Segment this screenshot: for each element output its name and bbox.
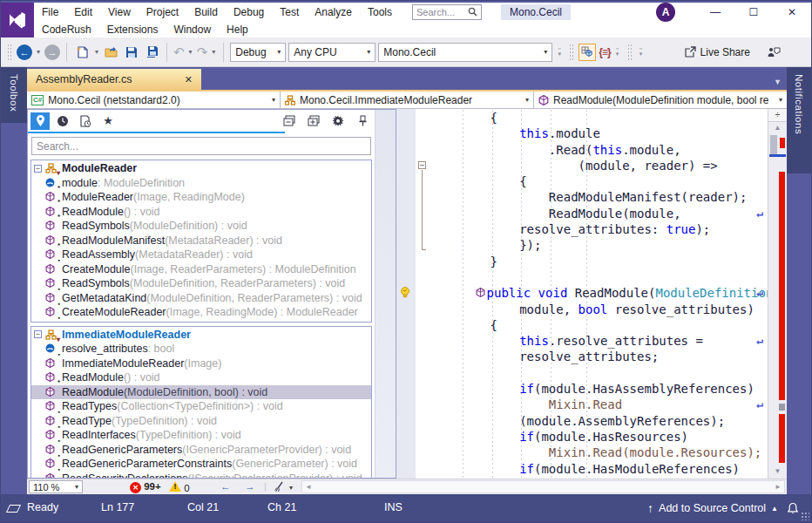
- status-line[interactable]: Ln 177: [101, 501, 134, 513]
- member-row[interactable]: ▪ReadTypes(Collection<TypeDefinition>) :…: [31, 399, 371, 414]
- toolbar-overflow-icon[interactable]: ▾: [637, 49, 646, 56]
- redo-dropdown[interactable]: ▾: [210, 48, 217, 56]
- member-row[interactable]: ReadSecurityDeclarations(ISecurityDeclar…: [31, 472, 371, 479]
- menu-item-window[interactable]: Window: [166, 22, 219, 37]
- code-line[interactable]: (module.AssemblyReferences);: [396, 413, 768, 429]
- menu-item-view[interactable]: View: [100, 4, 139, 20]
- add-to-source-control-button[interactable]: ↑ Add to Source Control ▲: [647, 501, 778, 515]
- toolbar-overflow-icon[interactable]: ▾: [613, 49, 622, 56]
- members-search-input[interactable]: Search...: [31, 137, 371, 155]
- solution-configuration-combo[interactable]: Debug▾: [230, 43, 286, 62]
- class-node[interactable]: −▾ModuleReader: [31, 161, 371, 176]
- member-row[interactable]: *module : ModuleDefinition: [31, 176, 371, 191]
- fold-collapse-icon[interactable]: −: [418, 161, 426, 169]
- code-line[interactable]: ReadModuleManifest(reader);: [396, 189, 768, 205]
- startup-project-combo[interactable]: Mono.Cecil▾: [378, 43, 552, 62]
- toolbar-grip[interactable]: [7, 44, 11, 61]
- member-row[interactable]: CreateModule(Image, ReaderParameters) : …: [31, 262, 371, 277]
- feedback-icon[interactable]: [765, 44, 782, 61]
- code-line[interactable]: Mixin.Read(module.Resources);: [396, 445, 768, 460]
- member-row[interactable]: ReadModule(ModuleDefinition, bool) : voi…: [31, 385, 371, 400]
- code-line[interactable]: resolve_attributes;: [396, 349, 768, 364]
- member-row[interactable]: ▪ReadGenericParameters(IGenericParameter…: [31, 443, 371, 458]
- member-row[interactable]: *ReadModule() : void: [31, 205, 371, 220]
- minimize-button[interactable]: —: [696, 3, 734, 21]
- next-issue-icon[interactable]: →: [245, 481, 255, 492]
- member-row[interactable]: ▪ReadAssembly(MetadataReader) : void: [31, 248, 371, 262]
- save-icon[interactable]: [123, 44, 140, 61]
- menu-item-coderush[interactable]: CodeRush: [34, 22, 99, 37]
- code-line[interactable]: .Read(this.module,: [396, 142, 768, 158]
- breadcrumb-project[interactable]: C# Mono.Cecil (netstandard2.0)▾: [27, 92, 281, 108]
- code-line[interactable]: (module, reader) =>: [396, 158, 768, 173]
- menu-item-test[interactable]: Test: [272, 4, 307, 20]
- member-row[interactable]: ▪ReadGenericParameterConstraints(Generic…: [31, 457, 371, 472]
- undo-icon[interactable]: ↶: [173, 44, 185, 60]
- maximize-button[interactable]: ☐: [734, 3, 773, 21]
- menu-item-help[interactable]: Help: [219, 22, 256, 37]
- member-row[interactable]: *ReadModule() : void: [31, 370, 371, 385]
- code-line[interactable]: this.module: [396, 126, 768, 141]
- bell-icon[interactable]: [787, 502, 799, 515]
- menu-item-analyze[interactable]: Analyze: [307, 4, 360, 20]
- menu-item-extensions[interactable]: Extensions: [99, 22, 166, 37]
- code-cleanup-icon[interactable]: [274, 481, 287, 494]
- breadcrumb-member[interactable]: ReadModule(ModuleDefinition module, bool…: [534, 92, 787, 108]
- redo-icon[interactable]: ↷: [197, 44, 208, 60]
- collapse-icon[interactable]: −: [34, 165, 42, 173]
- menu-item-tools[interactable]: Tools: [360, 4, 400, 20]
- member-row[interactable]: ▪ReadType(TypeDefinition) : void: [31, 414, 371, 429]
- code-line[interactable]: module, bool resolve_attributes): [396, 302, 768, 317]
- title-search-input[interactable]: Search...: [412, 4, 482, 20]
- menu-item-debug[interactable]: Debug: [226, 4, 272, 20]
- undo-dropdown[interactable]: ▾: [187, 48, 194, 56]
- code-line[interactable]: });: [396, 237, 768, 253]
- solution-explorer-sync-icon[interactable]: [579, 44, 596, 61]
- account-avatar[interactable]: A: [656, 3, 675, 22]
- code-line[interactable]: this.resolve_attributes =↵: [396, 333, 768, 349]
- member-row[interactable]: ▪resolve_attributes : bool: [31, 342, 371, 357]
- zoom-level-combo[interactable]: 110 %▾: [29, 480, 83, 493]
- live-share-button[interactable]: Live Share: [683, 46, 750, 58]
- editor-horizontal-scrollbar[interactable]: ◄►: [301, 480, 785, 493]
- menu-item-file[interactable]: File: [34, 4, 66, 20]
- solution-platform-combo[interactable]: Any CPU▾: [288, 43, 376, 62]
- navigate-back-dropdown[interactable]: ▾: [35, 48, 42, 56]
- member-row[interactable]: ImmediateModuleReader(Image): [31, 357, 371, 371]
- settings-button[interactable]: [328, 112, 348, 130]
- recent-files-button[interactable]: [76, 112, 95, 130]
- resize-grip[interactable]: [801, 512, 809, 520]
- warning-count[interactable]: 0: [169, 481, 190, 493]
- scroll-down-icon[interactable]: ▼: [768, 467, 787, 475]
- navigate-back-button[interactable]: ←: [17, 44, 32, 60]
- close-button[interactable]: ✕: [773, 3, 811, 21]
- breadcrumb-type[interactable]: Mono.Cecil.ImmediateModuleReader▾: [281, 92, 534, 108]
- member-row[interactable]: ▪CreateModuleReader(Image, ReadingMode) …: [31, 305, 371, 320]
- collapse-all-button[interactable]: [280, 112, 299, 130]
- menu-item-project[interactable]: Project: [139, 4, 186, 20]
- expand-all-button[interactable]: [304, 112, 323, 130]
- open-file-icon[interactable]: [103, 44, 120, 61]
- location-pin-button[interactable]: [30, 112, 50, 130]
- member-row[interactable]: ▪ReadInterfaces(TypeDefinition) : void: [31, 428, 371, 443]
- splitter-handle-icon[interactable]: ÷: [768, 109, 787, 122]
- document-list-dropdown-icon[interactable]: ▼: [774, 78, 782, 86]
- code-editor[interactable]: { this.module .Read(this.module, (module…: [396, 109, 768, 479]
- favorites-button[interactable]: ★: [98, 112, 118, 130]
- code-line[interactable]: resolve_attributes: true);: [396, 221, 768, 237]
- code-line[interactable]: ReadModule(module,↵: [396, 206, 768, 221]
- members-scrollbar[interactable]: [375, 110, 396, 478]
- code-line[interactable]: public void ReadModule(ModuleDefinition↵: [396, 285, 768, 301]
- prev-issue-icon[interactable]: ←: [220, 481, 231, 492]
- class-node[interactable]: −▾ImmediateModuleReader: [31, 328, 371, 343]
- member-row[interactable]: *ModuleReader(Image, ReadingMode): [31, 190, 371, 205]
- code-line[interactable]: }: [396, 254, 768, 269]
- pin-panel-button[interactable]: [353, 112, 372, 130]
- new-file-dropdown[interactable]: ▾: [93, 48, 100, 56]
- code-line[interactable]: {: [396, 173, 768, 189]
- code-cleanup-dropdown[interactable]: ▾: [289, 484, 293, 492]
- collapse-icon[interactable]: −: [34, 330, 42, 338]
- coderush-icon[interactable]: {≡}: [599, 46, 610, 58]
- scroll-up-icon[interactable]: ▲: [768, 124, 787, 132]
- error-count[interactable]: ✕ 99+: [130, 481, 161, 493]
